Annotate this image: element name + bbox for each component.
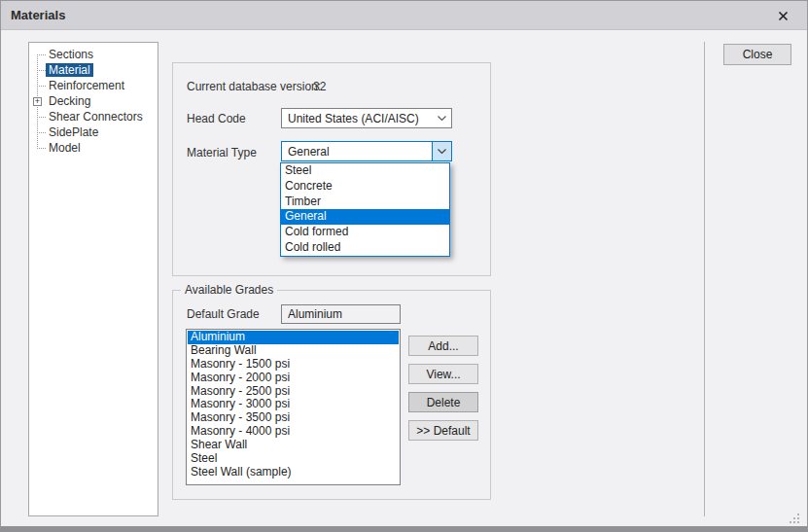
grade-list-item[interactable]: Steel: [188, 452, 399, 466]
vertical-divider: [704, 42, 705, 516]
grade-list-item[interactable]: Bearing Wall: [188, 344, 399, 358]
tree-branch-icon: [37, 117, 46, 118]
grade-list-item[interactable]: Masonry - 4000 psi: [188, 425, 399, 439]
dialog-title: Materials: [11, 8, 65, 22]
tree-item-label: Material: [46, 63, 93, 77]
grade-list-item[interactable]: Masonry - 1500 psi: [188, 358, 399, 372]
material-type-select[interactable]: General: [281, 141, 452, 161]
grade-action-button[interactable]: Delete: [408, 392, 478, 412]
dropdown-option[interactable]: Steel: [281, 163, 449, 179]
materials-dialog: Materials + Sections + Material +: [0, 0, 808, 532]
category-tree: + Sections + Material + Reinforcement + …: [28, 42, 158, 516]
tree-branch-icon: [37, 70, 46, 71]
grades-listbox: AluminiumBearing WallMasonry - 1500 psiM…: [186, 329, 401, 485]
close-button[interactable]: Close: [723, 44, 791, 65]
tree-item[interactable]: + SidePlate: [29, 124, 158, 140]
tree-item-label: Reinforcement: [46, 79, 127, 92]
material-type-value: General: [282, 145, 432, 159]
material-type-label: Material Type: [187, 146, 257, 160]
tree-item-label: Model: [46, 141, 84, 155]
available-grades-group: Available Grades Default Grade Aluminium…: [172, 290, 491, 500]
tree-branch-icon: [37, 132, 46, 133]
tree-item[interactable]: + Material: [29, 62, 158, 78]
tree-item-label: Decking: [46, 94, 93, 108]
tree-item-label: Sections: [46, 48, 96, 61]
tree-item-label: Shear Connectors: [46, 110, 146, 124]
title-bar: Materials: [1, 1, 807, 30]
chevron-down-icon: [432, 109, 451, 127]
default-grade-label: Default Grade: [187, 307, 260, 321]
tree-item-label: SidePlate: [46, 125, 101, 139]
tree-item[interactable]: + Sections: [29, 47, 158, 62]
tree-branch-icon: [37, 54, 46, 55]
grade-list-item[interactable]: Masonry - 2000 psi: [188, 372, 399, 385]
grade-list-item[interactable]: Steel Wall (sample): [188, 466, 399, 479]
default-grade-field[interactable]: [281, 304, 401, 324]
grade-action-button[interactable]: View...: [408, 364, 478, 384]
grade-list-item[interactable]: Masonry - 3500 psi: [188, 411, 399, 425]
head-code-select[interactable]: United States (ACI/AISC): [281, 108, 452, 128]
db-version-label: Current database version:: [187, 80, 321, 93]
dropdown-option[interactable]: Timber: [281, 195, 449, 210]
dropdown-option[interactable]: Cold rolled: [281, 240, 449, 256]
grade-list-item[interactable]: Masonry - 2500 psi: [188, 385, 399, 399]
resize-grip-icon[interactable]: [790, 511, 800, 521]
chevron-down-icon: [432, 142, 451, 160]
grade-list-item[interactable]: Masonry - 3000 psi: [188, 398, 399, 411]
head-code-value: United States (ACI/AISC): [282, 112, 432, 125]
dropdown-option[interactable]: General: [281, 209, 449, 225]
dropdown-option[interactable]: Concrete: [281, 179, 449, 195]
tree-item[interactable]: + Shear Connectors: [29, 109, 158, 124]
tree-branch-icon: [37, 148, 46, 149]
tree-item[interactable]: + Reinforcement: [29, 78, 158, 93]
material-type-dropdown: SteelConcreteTimberGeneralCold formedCol…: [280, 162, 450, 257]
tree-item[interactable]: + Decking: [29, 93, 158, 109]
expand-plus-icon[interactable]: +: [33, 97, 42, 106]
grade-action-button[interactable]: Add...: [408, 336, 478, 356]
dropdown-option[interactable]: Cold formed: [281, 225, 449, 240]
grade-buttons: Add...View...Delete>> Default: [408, 336, 478, 441]
db-version-value: 32: [313, 80, 326, 93]
close-icon[interactable]: [776, 9, 790, 22]
tree-item[interactable]: + Model: [29, 140, 158, 156]
grade-action-button[interactable]: >> Default: [408, 420, 478, 441]
grade-list-item[interactable]: Shear Wall: [188, 439, 399, 452]
head-code-label: Head Code: [187, 112, 246, 125]
grade-list-item[interactable]: Aluminium: [188, 331, 399, 344]
tree-branch-icon: [37, 86, 46, 87]
available-grades-legend: Available Grades: [181, 283, 277, 297]
